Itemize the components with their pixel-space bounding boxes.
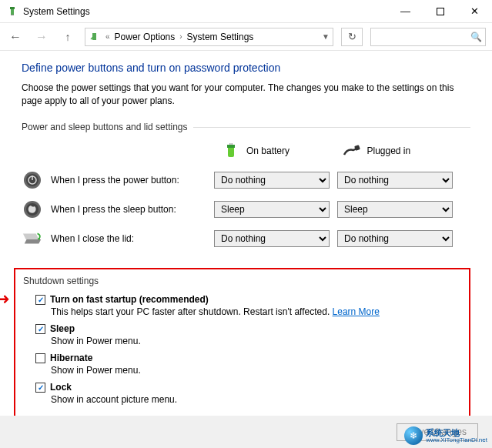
col-plugged-label: Plugged in (367, 145, 411, 156)
power-plugged-select[interactable]: Do nothing (337, 172, 453, 189)
minimize-button[interactable]: ― (388, 0, 423, 23)
navbar: ← → ↑ « Power Options › System Settings … (0, 23, 492, 51)
lock-desc: Show in account picture menu. (51, 394, 461, 405)
svg-rect-1 (10, 7, 15, 9)
page-note: Choose the power settings that you want … (22, 82, 470, 108)
row-sleep-label: When I press the sleep button: (51, 204, 176, 215)
plug-icon (343, 142, 361, 160)
chevron-icon: › (179, 32, 182, 41)
window-title: System Settings (23, 6, 90, 17)
column-headers: On battery Plugged in (222, 142, 463, 160)
checkbox-hibernate[interactable] (35, 353, 45, 363)
row-lid-label: When I close the lid: (51, 233, 134, 244)
refresh-button[interactable]: ↻ (341, 28, 363, 46)
maximize-button[interactable] (423, 0, 457, 23)
page-title: Define power buttons and turn on passwor… (22, 62, 470, 74)
highlight-box: ➜ Shutdown settings Turn on fast startup… (14, 268, 470, 423)
content: Define power buttons and turn on passwor… (0, 51, 492, 423)
col-battery-label: On battery (246, 145, 290, 156)
hibernate-label: Hibernate (50, 353, 92, 363)
search-input[interactable]: 🔍 (370, 28, 486, 46)
sleep-battery-select[interactable]: Sleep (214, 201, 330, 218)
svg-rect-8 (232, 143, 233, 145)
svg-rect-4 (92, 33, 96, 40)
breadcrumb-icon (89, 31, 101, 43)
lock-label: Lock (50, 382, 72, 393)
annotation-arrow-icon: ➜ (0, 291, 10, 306)
svg-rect-2 (11, 15, 14, 15)
row-close-lid: When I close the lid: Do nothing Do noth… (22, 228, 463, 249)
svg-rect-6 (227, 145, 235, 148)
hibernate-desc: Show in Power menu. (51, 365, 461, 376)
app-icon (6, 5, 18, 18)
watermark-name: 系统天地 (426, 429, 487, 437)
power-button-icon (22, 169, 43, 191)
chevron-icon: « (105, 32, 110, 41)
checkbox-fast-startup[interactable] (35, 295, 45, 305)
section-shutdown-label: Shutdown settings (23, 276, 461, 286)
breadcrumb[interactable]: « Power Options › System Settings ▼ (85, 28, 333, 46)
fast-startup-desc: This helps start your PC faster after sh… (51, 306, 461, 317)
up-button[interactable]: ↑ (59, 28, 77, 46)
battery-icon (222, 142, 240, 160)
lid-plugged-select[interactable]: Do nothing (337, 230, 453, 247)
power-battery-select[interactable]: Do nothing (214, 172, 330, 189)
back-button[interactable]: ← (6, 28, 25, 46)
section-power-sleep-label: Power and sleep buttons and lid settings (22, 122, 463, 132)
forward-button[interactable]: → (32, 28, 51, 46)
fast-startup-label: Turn on fast startup (recommended) (50, 294, 209, 305)
sleep-button-icon (22, 199, 43, 220)
sleep-plugged-select[interactable]: Sleep (337, 201, 453, 218)
row-power-label: When I press the power button: (51, 175, 179, 186)
close-button[interactable]: ✕ (457, 0, 492, 23)
row-power-button: When I press the power button: Do nothin… (22, 169, 463, 191)
sleep-desc: Show in Power menu. (51, 336, 461, 346)
breadcrumb-item-1[interactable]: Power Options (115, 32, 176, 42)
breadcrumb-dropdown-icon[interactable]: ▼ (322, 32, 330, 41)
learn-more-link[interactable]: Learn More (333, 306, 380, 317)
row-sleep-button: When I press the sleep button: Sleep Sle… (22, 199, 463, 220)
breadcrumb-item-2[interactable]: System Settings (187, 32, 254, 42)
watermark-url: www.XiTongTianDi.net (426, 437, 487, 443)
svg-rect-3 (437, 8, 443, 15)
watermark-icon: ❄ (404, 426, 423, 445)
checkbox-sleep[interactable] (35, 324, 45, 334)
lid-battery-select[interactable]: Do nothing (214, 230, 330, 247)
search-icon: 🔍 (470, 32, 482, 42)
titlebar: System Settings ― ✕ (0, 0, 492, 23)
sleep-label: Sleep (50, 323, 75, 334)
lid-icon (22, 228, 43, 249)
svg-rect-7 (229, 143, 231, 145)
watermark: ❄ 系统天地 www.XiTongTianDi.net (404, 426, 487, 445)
checkbox-lock[interactable] (35, 383, 45, 393)
